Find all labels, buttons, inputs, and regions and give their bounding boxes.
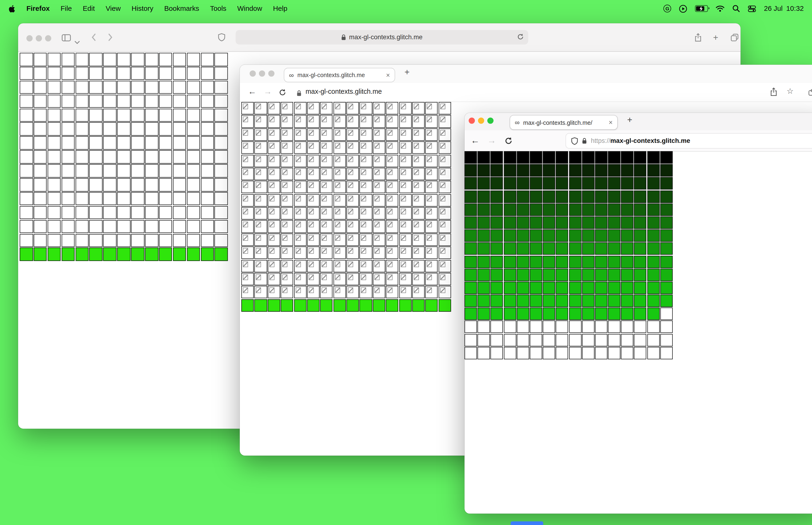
grid-cell: [20, 206, 33, 219]
grid-cell: [491, 295, 503, 307]
grid-cell: [294, 194, 306, 206]
grammarly-status-icon[interactable]: G: [663, 5, 671, 13]
grid-cell: [255, 286, 267, 298]
control-center-icon[interactable]: [748, 4, 756, 13]
broken-image-icon: [361, 222, 366, 227]
back-icon[interactable]: ←: [471, 136, 479, 145]
forward-icon[interactable]: →: [264, 87, 272, 96]
grid-cell: [412, 168, 425, 180]
desktop: Firefox File Edit View History Bookmarks…: [0, 0, 812, 525]
reload-icon[interactable]: [279, 89, 286, 98]
broken-image-icon: [401, 209, 406, 214]
broken-image-icon: [440, 169, 445, 175]
broken-image-icon: [335, 287, 340, 293]
dock-peek[interactable]: [510, 522, 543, 525]
traffic-light-minimize[interactable]: [259, 71, 265, 77]
lock-icon[interactable]: [582, 138, 587, 144]
grid-cell: [159, 248, 172, 261]
grid-cell: [75, 150, 89, 163]
tracking-protection-shield-icon[interactable]: [571, 137, 578, 145]
menubar-app-name[interactable]: Firefox: [26, 5, 49, 13]
broken-image-icon: [427, 274, 432, 280]
reload-icon[interactable]: [505, 137, 512, 147]
broken-image-icon: [295, 222, 301, 227]
grid-cell: [595, 295, 607, 307]
url-field[interactable]: max-gl-contexts.glitch.me: [236, 30, 528, 45]
grid-cell: [439, 273, 451, 285]
browser-tab[interactable]: ∞ max-gl-contexts.glitch.me ×: [284, 68, 395, 82]
menubar-clock[interactable]: 26 Jul 10:32: [764, 5, 803, 13]
broken-image-icon: [374, 287, 380, 293]
url-text[interactable]: max-gl-contexts.glitch.me: [305, 87, 382, 95]
grid-cell: [117, 220, 131, 233]
menubar-item-help[interactable]: Help: [273, 5, 287, 13]
grid-cell: [621, 216, 633, 229]
traffic-light-minimize[interactable]: [36, 35, 42, 41]
tab-overview-icon[interactable]: [731, 34, 738, 44]
apple-menu-icon[interactable]: [8, 4, 16, 13]
grid-cell: [89, 150, 103, 163]
grid-cell: [569, 334, 581, 346]
traffic-light-zoom[interactable]: [268, 71, 274, 77]
grid-cell: [530, 203, 542, 216]
grid-cell: [173, 220, 186, 233]
grid-cell: [307, 299, 320, 312]
broken-image-icon: [243, 169, 248, 175]
grid-cell: [478, 347, 490, 359]
menubar-item-edit[interactable]: Edit: [83, 5, 95, 13]
grid-cell: [399, 299, 411, 312]
reload-icon[interactable]: [517, 34, 523, 41]
lock-icon[interactable]: [297, 89, 302, 99]
grid-cell: [215, 94, 228, 108]
spotlight-search-icon[interactable]: [732, 5, 740, 13]
grid-cell: [412, 194, 425, 206]
broken-image-icon: [440, 104, 445, 109]
traffic-light-close[interactable]: [249, 71, 256, 77]
wifi-icon[interactable]: [716, 5, 724, 12]
menubar-item-history[interactable]: History: [132, 5, 153, 13]
grid-cell: [145, 192, 158, 205]
share-icon[interactable]: [694, 33, 702, 44]
forward-icon[interactable]: [108, 33, 113, 44]
browser-tab[interactable]: ∞ max-gl-contexts.glitch.me/ ×: [510, 115, 617, 129]
grid-cell: [647, 203, 659, 216]
traffic-light-close[interactable]: [469, 118, 475, 124]
sidebar-toggle-icon[interactable]: [62, 34, 71, 44]
chevron-down-icon[interactable]: [75, 37, 80, 46]
traffic-light-zoom[interactable]: [45, 35, 51, 41]
broken-image-icon: [269, 248, 274, 254]
grid-cell: [307, 115, 320, 127]
privacy-shield-icon[interactable]: [218, 33, 225, 44]
grid-cell: [439, 260, 451, 272]
back-icon[interactable]: [91, 33, 96, 44]
grid-cell: [20, 178, 33, 191]
menubar-item-bookmarks[interactable]: Bookmarks: [164, 5, 199, 13]
grid-cell: [425, 286, 438, 298]
traffic-light-zoom[interactable]: [487, 118, 493, 124]
forward-icon[interactable]: →: [487, 136, 496, 145]
new-tab-button[interactable]: +: [404, 67, 410, 77]
new-tab-icon[interactable]: +: [713, 33, 718, 42]
close-tab-icon[interactable]: ×: [609, 119, 613, 126]
close-tab-icon[interactable]: ×: [386, 72, 390, 78]
menubar-item-file[interactable]: File: [61, 5, 72, 13]
traffic-light-minimize[interactable]: [478, 118, 484, 124]
traffic-light-close[interactable]: [26, 35, 32, 41]
url-field[interactable]: https://max-gl-contexts.glitch.me: [566, 134, 812, 148]
grid-cell: [491, 190, 503, 203]
extensions-puzzle-icon[interactable]: [809, 89, 812, 98]
grid-cell: [504, 308, 516, 320]
playback-status-icon[interactable]: [679, 4, 687, 13]
bookmark-star-icon[interactable]: ☆: [787, 87, 794, 95]
battery-icon[interactable]: [695, 5, 708, 12]
new-tab-button[interactable]: +: [627, 115, 632, 125]
menubar-item-window[interactable]: Window: [237, 5, 262, 13]
grid-cell: [145, 94, 158, 108]
back-icon[interactable]: ←: [248, 87, 256, 96]
grid-cell: [412, 207, 425, 220]
grid-cell: [491, 282, 503, 294]
share-icon[interactable]: [770, 87, 777, 98]
menubar-item-view[interactable]: View: [106, 5, 121, 13]
menubar-item-tools[interactable]: Tools: [210, 5, 226, 13]
grid-cell: [647, 308, 659, 320]
